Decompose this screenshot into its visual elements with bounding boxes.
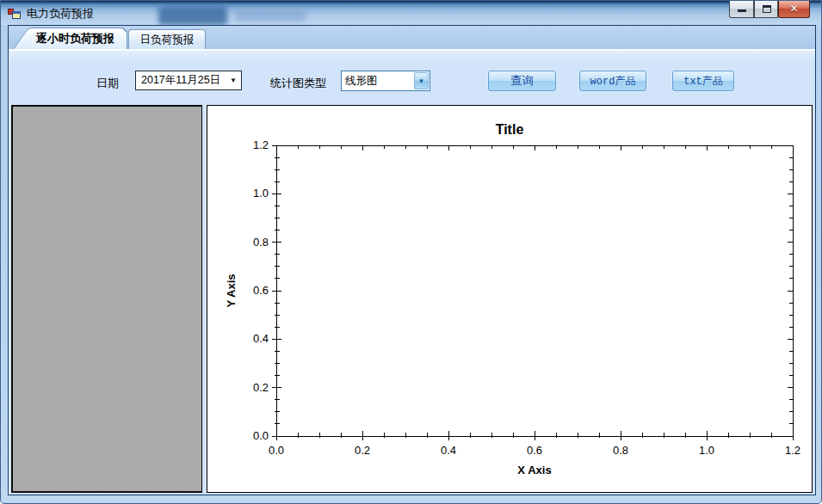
chart-svg: 0.00.20.40.60.81.01.20.00.20.40.60.81.01… [207, 106, 812, 492]
svg-text:0.6: 0.6 [527, 444, 542, 457]
txt-export-button[interactable]: txt产品 [672, 71, 734, 91]
window-title: 电力负荷预报 [27, 6, 94, 22]
close-button[interactable]: ✕ [778, 1, 810, 18]
chart-type-value: 线形图 [342, 71, 413, 90]
titlebar-smudge [158, 6, 227, 25]
client-area: 逐小时负荷预报 日负荷预报 日期 2017年11月25日 ▼ 统计图类型 线形图… [8, 25, 816, 495]
word-export-button[interactable]: word产品 [579, 71, 646, 91]
tab-daily-forecast[interactable]: 日负荷预报 [128, 29, 206, 49]
svg-text:1.0: 1.0 [699, 444, 714, 457]
tab-label: 逐小时负荷预报 [14, 28, 127, 49]
minimize-icon [738, 9, 746, 12]
svg-text:0.0: 0.0 [269, 444, 284, 457]
svg-text:0.2: 0.2 [355, 444, 370, 457]
svg-text:Y Axis: Y Axis [225, 274, 238, 307]
chart-panel: 0.00.20.40.60.81.01.20.00.20.40.60.81.01… [207, 105, 813, 493]
chevron-down-icon: ▼ [226, 77, 241, 84]
svg-text:0.8: 0.8 [253, 236, 269, 249]
svg-text:0.4: 0.4 [253, 332, 269, 345]
tab-strip: 逐小时负荷预报 日负荷预报 [9, 26, 815, 49]
svg-text:1.2: 1.2 [253, 138, 269, 151]
date-picker[interactable]: 2017年11月25日 ▼ [135, 71, 242, 90]
close-icon: ✕ [779, 3, 809, 15]
query-button[interactable]: 查询 [488, 71, 556, 91]
svg-text:1.2: 1.2 [785, 444, 800, 457]
app-icon [8, 6, 22, 20]
svg-text:0.2: 0.2 [253, 381, 269, 394]
svg-text:0.0: 0.0 [253, 429, 269, 442]
app-window: 电力负荷预报 ✕ 逐小时负荷预报 日负荷预报 日期 [0, 0, 822, 504]
chart-type-label: 统计图类型 [270, 76, 326, 91]
svg-text:X Axis: X Axis [517, 464, 551, 476]
data-grid-panel [11, 105, 202, 493]
tab-label: 日负荷预报 [140, 33, 195, 47]
minimize-button[interactable] [729, 1, 754, 18]
svg-text:Title: Title [496, 122, 524, 137]
tab-page: 日期 2017年11月25日 ▼ 统计图类型 线形图 ▼ 查询 word产品 t… [9, 49, 815, 495]
tab-hourly-forecast[interactable]: 逐小时负荷预报 [13, 28, 127, 49]
date-label: 日期 [96, 76, 119, 91]
svg-text:0.6: 0.6 [253, 284, 269, 297]
chart-type-select[interactable]: 线形图 ▼ [341, 71, 430, 91]
svg-text:0.8: 0.8 [613, 444, 628, 457]
maximize-button[interactable] [754, 1, 778, 18]
maximize-icon [763, 5, 771, 13]
chevron-down-icon: ▼ [414, 72, 429, 89]
titlebar-smudge [235, 9, 306, 22]
window-controls: ✕ [729, 1, 810, 19]
titlebar: 电力负荷预报 ✕ [1, 1, 822, 25]
svg-text:1.0: 1.0 [253, 187, 269, 200]
date-value: 2017年11月25日 [136, 73, 226, 88]
svg-text:0.4: 0.4 [441, 444, 456, 457]
